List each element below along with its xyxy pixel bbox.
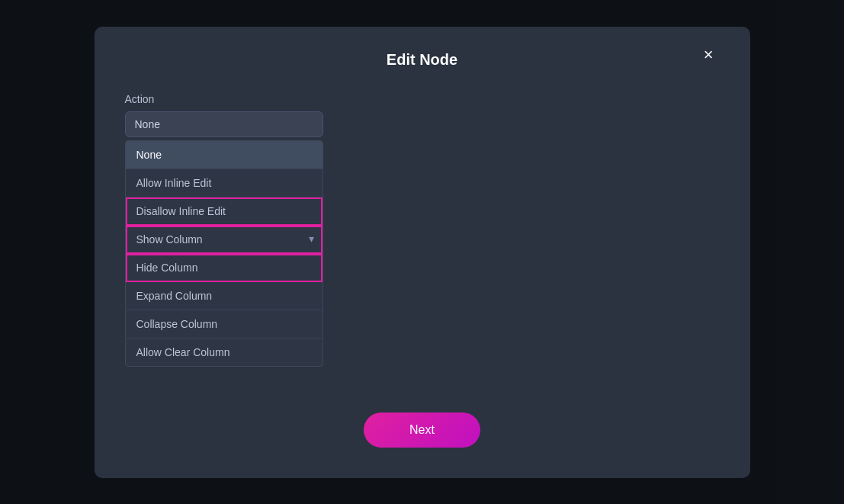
modal-overlay: Edit Node × Action None ▾ NoneAllow Inli…: [0, 0, 844, 504]
action-label: Action: [125, 93, 720, 105]
dropdown-item[interactable]: Expand Column: [126, 282, 323, 310]
dropdown-item[interactable]: Show Column: [126, 226, 323, 254]
dropdown-item[interactable]: Disallow Inline Edit: [126, 197, 323, 226]
modal-title: Edit Node: [387, 51, 457, 69]
dropdown-item[interactable]: Hide Column: [126, 254, 323, 282]
dropdown-selected-value: None: [135, 118, 160, 130]
dropdown-item[interactable]: Allow Clear Column: [126, 339, 323, 366]
close-button[interactable]: ×: [698, 43, 720, 66]
next-button[interactable]: Next: [364, 413, 480, 448]
dropdown-container: None ▾ NoneAllow Inline EditDisallow Inl…: [125, 111, 323, 367]
dropdown-item[interactable]: Allow Inline Edit: [126, 169, 323, 197]
edit-node-modal: Edit Node × Action None ▾ NoneAllow Inli…: [95, 27, 750, 478]
dropdown-trigger[interactable]: None: [125, 111, 323, 137]
dropdown-item[interactable]: Collapse Column: [126, 310, 323, 339]
modal-footer: Next: [125, 413, 720, 448]
modal-header: Edit Node ×: [125, 51, 720, 69]
dropdown-list: NoneAllow Inline EditDisallow Inline Edi…: [125, 140, 323, 367]
modal-body: Action None ▾ NoneAllow Inline EditDisal…: [125, 93, 720, 367]
dropdown-item[interactable]: None: [126, 141, 323, 169]
